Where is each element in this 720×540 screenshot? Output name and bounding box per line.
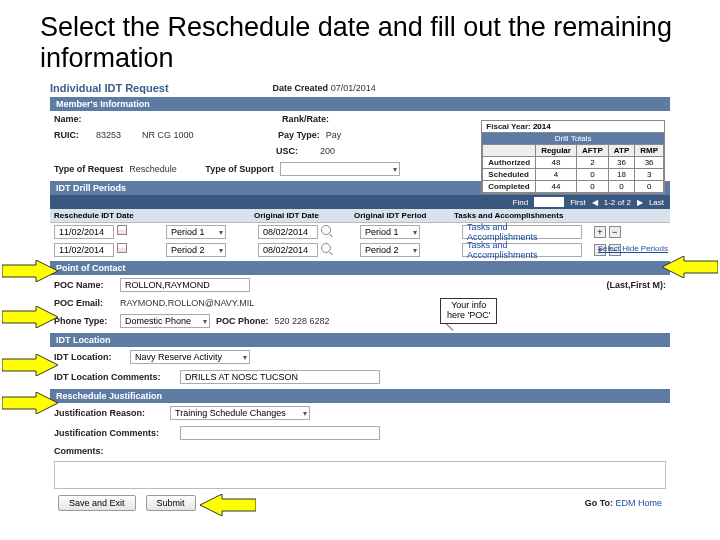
just-reason-select[interactable]: Training Schedule Changes (170, 406, 310, 420)
annotation-arrow (2, 354, 58, 376)
usc-value: 200 (320, 146, 335, 156)
poc-phone-value: 520 228 6282 (275, 316, 330, 326)
select-hide-periods-link[interactable]: Select Hide Periods (598, 244, 668, 253)
phone-type-select[interactable]: Domestic Phone (120, 314, 210, 328)
ruic-value: 83253 (96, 130, 136, 140)
type-request-value: Reschedule (129, 164, 199, 174)
date-created-value: 07/01/2014 (331, 83, 376, 93)
idt-loc-comment-label: IDT Location Comments: (54, 372, 174, 382)
just-comment-input[interactable] (180, 426, 380, 440)
drill-col-atp: ATP (608, 145, 634, 157)
drill-totals-header: Drill Totals (482, 133, 664, 144)
search-icon[interactable] (321, 243, 331, 253)
callout-poc: Your info here 'POC' (440, 298, 497, 324)
tasks-link-1[interactable]: Tasks and Accomplishments (462, 225, 582, 239)
remove-row-icon[interactable]: − (609, 226, 621, 238)
period-select-1[interactable]: Period 1 (166, 225, 226, 239)
poc-phone-label: POC Phone: (216, 316, 269, 326)
tasks-link-2[interactable]: Tasks and Accomplishments (462, 243, 582, 257)
idt-loc-label: IDT Location: (54, 352, 124, 362)
col-resched-date: Reschedule IDT Date (54, 211, 164, 220)
drill-row-sched: Scheduled (483, 169, 536, 181)
slide-title: Select the Reschedule date and fill out … (0, 0, 720, 82)
orig-period-1[interactable]: Period 1 (360, 225, 420, 239)
periods-header-row: Reschedule IDT Date Original IDT Date Or… (50, 209, 670, 223)
annotation-arrow (2, 392, 58, 414)
section-poc: Point of Contact (50, 261, 670, 275)
resched-date-1[interactable]: 11/02/2014 (54, 225, 114, 239)
find-label: Find (513, 198, 529, 207)
poc-email-label: POC Email: (54, 298, 114, 308)
drill-row-auth: Authorized (483, 157, 536, 169)
svg-marker-4 (662, 256, 718, 278)
last-link[interactable]: Last (649, 198, 664, 207)
drill-col-rmp: RMP (635, 145, 664, 157)
form-title: Individual IDT Request (50, 82, 169, 94)
svg-marker-2 (2, 354, 58, 376)
type-support-select[interactable] (280, 162, 400, 176)
goto-area: Go To: EDM Home (585, 498, 662, 508)
paytype-label: Pay Type: (278, 130, 320, 140)
type-support-label: Type of Support (205, 164, 273, 174)
period-row-1: 11/02/2014 Period 1 08/02/2014 Period 1 … (50, 223, 670, 241)
drill-col-aftp: AFTP (576, 145, 608, 157)
poc-email-value: RAYMOND.ROLLON@NAVY.MIL (120, 298, 254, 308)
calendar-icon[interactable] (117, 225, 127, 235)
orig-date-1[interactable]: 08/02/2014 (258, 225, 318, 239)
calendar-icon[interactable] (117, 243, 127, 253)
poc-name-label: POC Name: (54, 280, 114, 290)
col-orig-period: Original IDT Period (354, 211, 454, 220)
search-icon[interactable] (321, 225, 331, 235)
add-row-icon[interactable]: + (594, 226, 606, 238)
section-justification: Reschedule Justification (50, 389, 670, 403)
just-reason-label: Justification Reason: (54, 408, 164, 418)
callout-line2: here 'POC' (447, 311, 490, 321)
usc-label: USC: (276, 146, 298, 156)
first-link[interactable]: First (570, 198, 586, 207)
save-exit-button[interactable]: Save and Exit (58, 495, 136, 511)
svg-marker-1 (2, 306, 58, 328)
annotation-arrow (662, 256, 718, 278)
annotation-arrow (200, 494, 256, 516)
find-bar: Find Find First ◀ 1-2 of 2 ▶ Last (50, 195, 670, 209)
col-orig-date: Original IDT Date (254, 211, 354, 220)
orig-date-2[interactable]: 08/02/2014 (258, 243, 318, 257)
col-tasks: Tasks and Accomplishments (454, 211, 584, 220)
fy-label: Fiscal Year: (486, 122, 530, 131)
comments-textarea[interactable] (54, 461, 666, 489)
annotation-arrow (2, 306, 58, 328)
svg-marker-3 (2, 392, 58, 414)
idt-loc-select[interactable]: Navy Reserve Activity (130, 350, 250, 364)
ruic-unit: NR CG 1000 (142, 130, 272, 140)
date-created-label: Date Created (273, 83, 329, 93)
name-label: Name: (54, 114, 90, 124)
drill-totals-table: Fiscal Year: 2014 Drill Totals RegularAF… (481, 120, 665, 194)
type-request-label: Type of Request (54, 164, 123, 174)
annotation-arrow (2, 260, 58, 282)
fy-value: 2014 (533, 122, 551, 131)
section-member-info: Member's Information (50, 97, 670, 111)
idt-loc-comment-input[interactable]: DRILLS AT NOSC TUCSON (180, 370, 380, 384)
svg-marker-5 (200, 494, 256, 516)
lastfirst-label: (Last,First M): (607, 280, 667, 290)
period-select-2[interactable]: Period 2 (166, 243, 226, 257)
orig-period-2[interactable]: Period 2 (360, 243, 420, 257)
ruic-label: RUIC: (54, 130, 90, 140)
section-idt-location: IDT Location (50, 333, 670, 347)
period-row-2: 11/02/2014 Period 2 08/02/2014 Period 2 … (50, 241, 670, 259)
just-comment-label: Justification Comments: (54, 428, 174, 438)
resched-date-2[interactable]: 11/02/2014 (54, 243, 114, 257)
submit-button[interactable]: Submit (146, 495, 196, 511)
drill-row-comp: Completed (483, 181, 536, 193)
date-created: Date Created 07/01/2014 (273, 83, 376, 93)
find-input[interactable] (534, 197, 564, 207)
drill-col-regular: Regular (536, 145, 577, 157)
goto-label: Go To: (585, 498, 613, 508)
rank-label: Rank/Rate: (282, 114, 329, 124)
svg-marker-0 (2, 260, 58, 282)
goto-link[interactable]: EDM Home (615, 498, 662, 508)
comments-label: Comments: (54, 446, 104, 456)
phone-type-label: Phone Type: (54, 316, 114, 326)
paging-text: 1-2 of 2 (604, 198, 631, 207)
poc-name-input[interactable]: ROLLON,RAYMOND (120, 278, 250, 292)
